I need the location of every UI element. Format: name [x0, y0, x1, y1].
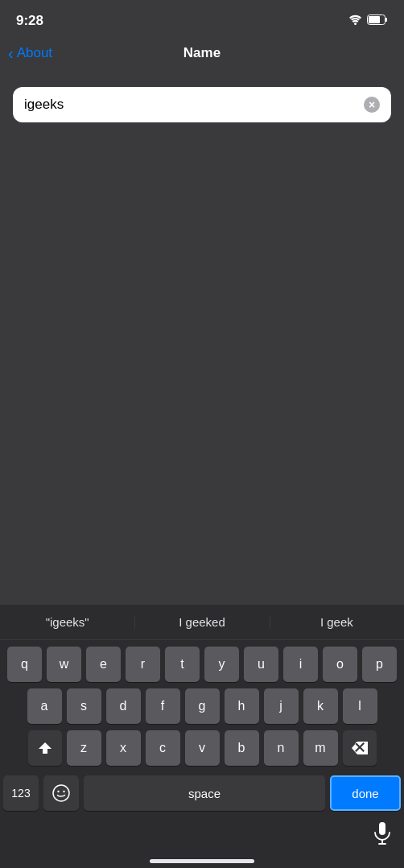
nav-bar: ‹ About Name	[0, 35, 404, 71]
key-y[interactable]: y	[204, 647, 239, 682]
svg-point-0	[354, 23, 357, 25]
keyboard: "igeeks" I geeked I geek q w e r t y u i…	[0, 605, 404, 868]
key-l[interactable]: l	[343, 688, 377, 724]
mic-row	[0, 814, 404, 853]
svg-point-5	[57, 791, 59, 792]
key-d[interactable]: d	[106, 688, 141, 724]
key-s[interactable]: s	[67, 688, 101, 724]
battery-icon	[367, 14, 388, 28]
done-key[interactable]: done	[330, 775, 401, 811]
spacer-left	[13, 820, 42, 849]
bottom-row: 123 space done	[0, 775, 404, 814]
back-label: About	[17, 45, 52, 61]
key-rows: q w e r t y u i o p a s d f g h j k l	[0, 640, 404, 775]
home-indicator	[0, 853, 404, 868]
autocomplete-item-0[interactable]: "igeeks"	[0, 609, 134, 635]
key-b[interactable]: b	[225, 730, 259, 766]
text-input-wrapper	[13, 87, 391, 122]
key-q[interactable]: q	[7, 647, 42, 682]
home-indicator-bar	[150, 859, 254, 863]
key-j[interactable]: j	[264, 688, 299, 724]
autocomplete-item-1[interactable]: I geeked	[134, 609, 269, 635]
key-a[interactable]: a	[27, 688, 62, 724]
key-z[interactable]: z	[67, 730, 101, 766]
numbers-key[interactable]: 123	[3, 775, 39, 811]
key-t[interactable]: t	[165, 647, 200, 682]
key-g[interactable]: g	[185, 688, 220, 724]
key-o[interactable]: o	[323, 647, 357, 682]
key-row-2: a s d f g h j k l	[3, 688, 401, 724]
input-section	[13, 87, 391, 122]
svg-rect-2	[369, 16, 380, 23]
key-m[interactable]: m	[303, 730, 338, 766]
status-bar: 9:28	[0, 0, 404, 35]
svg-point-4	[53, 785, 69, 801]
key-v[interactable]: v	[185, 730, 220, 766]
svg-rect-7	[379, 822, 385, 835]
key-e[interactable]: e	[86, 647, 121, 682]
space-key[interactable]: space	[84, 775, 325, 811]
content-area	[0, 122, 404, 461]
emoji-key[interactable]	[43, 775, 79, 811]
key-x[interactable]: x	[106, 730, 141, 766]
key-r[interactable]: r	[126, 647, 160, 682]
key-h[interactable]: h	[225, 688, 259, 724]
shift-key[interactable]	[28, 730, 62, 766]
name-input[interactable]	[24, 97, 357, 113]
key-k[interactable]: k	[303, 688, 338, 724]
key-n[interactable]: n	[264, 730, 299, 766]
key-f[interactable]: f	[146, 688, 180, 724]
autocomplete-item-2[interactable]: I geek	[270, 609, 404, 635]
page-title: Name	[183, 45, 221, 61]
svg-point-6	[63, 791, 64, 792]
key-row-1: q w e r t y u i o p	[3, 647, 401, 682]
status-icons	[348, 14, 388, 28]
clear-button[interactable]	[364, 97, 380, 113]
key-c[interactable]: c	[146, 730, 180, 766]
svg-rect-3	[385, 18, 387, 22]
key-row-3: z x c v b n m	[3, 730, 401, 766]
key-w[interactable]: w	[47, 647, 81, 682]
back-button[interactable]: ‹ About	[8, 44, 52, 63]
status-time: 9:28	[16, 13, 43, 29]
mic-icon[interactable]	[373, 822, 391, 848]
autocomplete-bar: "igeeks" I geeked I geek	[0, 605, 404, 640]
key-p[interactable]: p	[362, 647, 397, 682]
key-u[interactable]: u	[244, 647, 278, 682]
back-chevron-icon: ‹	[8, 44, 14, 63]
wifi-icon	[348, 14, 362, 28]
delete-key[interactable]	[343, 730, 377, 766]
key-i[interactable]: i	[283, 647, 318, 682]
